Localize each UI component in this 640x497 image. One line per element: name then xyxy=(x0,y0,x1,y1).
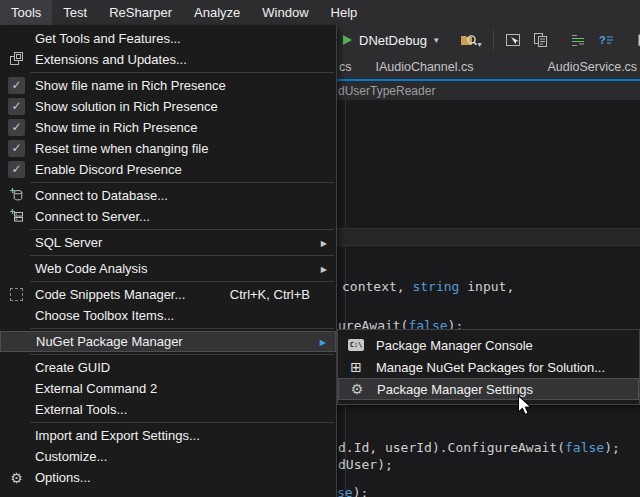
caret-down-icon[interactable]: ▾ xyxy=(434,35,439,45)
comment-help-button[interactable]: ? xyxy=(596,28,616,52)
pointer-window-icon xyxy=(505,33,521,48)
database-connect-icon xyxy=(9,187,24,205)
svg-text:?: ? xyxy=(599,34,606,46)
tab-iaudiochannel-cs[interactable]: IAudioChannel.cs xyxy=(364,55,486,79)
menu-item-label: Show file name in Rich Presence xyxy=(35,78,226,93)
editor-divider xyxy=(337,228,640,246)
menu-item-create-guid[interactable]: Create GUID xyxy=(0,357,336,378)
indent-lines-icon xyxy=(570,33,586,48)
menubar-item-tools[interactable]: Tools xyxy=(0,0,52,25)
menu-item-package-manager-console[interactable]: C:\Package Manager Console xyxy=(338,334,639,356)
search-folder-icon xyxy=(460,32,477,48)
menu-item-label: Code Snippets Manager... xyxy=(35,287,185,302)
tab-cs[interactable]: cs xyxy=(337,55,358,79)
server-connect-icon xyxy=(9,208,24,226)
menu-separator xyxy=(30,255,334,256)
menu-item-label: Manage NuGet Packages for Solution... xyxy=(376,360,605,375)
submenu-arrow-icon: ▶ xyxy=(320,337,326,346)
menu-item-label: NuGet Package Manager xyxy=(36,334,183,349)
menu-item-icon-col: ✓ xyxy=(0,119,33,136)
breadcrumb-bar: dUserTypeReader xyxy=(337,81,640,100)
run-button[interactable]: DNetDebug ▾ xyxy=(341,28,440,52)
check-icon: ✓ xyxy=(8,119,25,136)
menu-item-icon-col xyxy=(0,208,33,226)
bookmark-button[interactable] xyxy=(634,28,640,52)
menubar-item-help[interactable]: Help xyxy=(320,0,369,25)
menu-item-enable-discord-presence[interactable]: ✓Enable Discord Presence xyxy=(0,159,336,180)
copy-icon xyxy=(533,32,548,48)
gear-icon: ⚙ xyxy=(351,382,364,396)
menu-bar: ToolsTestReSharperAnalyzeWindowHelp xyxy=(0,0,640,25)
menu-item-label: SQL Server xyxy=(35,235,102,250)
tab-audioservice-cs[interactable]: AudioService.cs xyxy=(535,55,640,79)
menu-separator xyxy=(30,229,334,230)
submenu-arrow-icon: ▶ xyxy=(321,264,327,273)
menu-item-sql-server[interactable]: SQL Server▶ xyxy=(0,232,336,253)
menu-item-label: Connect to Server... xyxy=(35,209,150,224)
check-icon: ✓ xyxy=(8,140,25,157)
copy-button[interactable] xyxy=(531,28,550,52)
submenu-arrow-icon: ▶ xyxy=(321,238,327,247)
menu-item-get-tools-and-features[interactable]: Get Tools and Features... xyxy=(0,28,336,49)
menu-item-label: Get Tools and Features... xyxy=(35,31,181,46)
menu-item-icon-col: C:\ xyxy=(338,339,374,351)
select-window-button[interactable] xyxy=(503,28,523,52)
toolbar-grip[interactable] xyxy=(493,31,494,49)
gear-icon: ⚙ xyxy=(10,471,23,485)
menu-item-external-tools[interactable]: External Tools... xyxy=(0,399,336,420)
menu-item-connect-to-database[interactable]: Connect to Database... xyxy=(0,185,336,206)
menu-item-extensions-and-updates[interactable]: Extensions and Updates... xyxy=(0,49,336,70)
menu-item-options[interactable]: ⚙Options... xyxy=(0,467,336,488)
menu-item-show-solution-in-rich-presence[interactable]: ✓Show solution in Rich Presence xyxy=(0,96,336,117)
menu-item-nuget-package-manager[interactable]: NuGet Package Manager▶ xyxy=(0,331,336,352)
menu-item-label: Customize... xyxy=(35,449,107,464)
find-in-files-button[interactable]: ▾ xyxy=(458,28,484,52)
menu-item-icon-col: ✓ xyxy=(0,77,33,94)
check-icon: ✓ xyxy=(8,77,25,94)
check-icon: ✓ xyxy=(8,98,25,115)
menubar-item-test[interactable]: Test xyxy=(52,0,98,25)
menu-item-icon-col: ⚙ xyxy=(339,382,375,396)
code-line: context, string input, xyxy=(342,280,514,294)
menu-item-label: Enable Discord Presence xyxy=(35,162,182,177)
menu-item-label: Show time in Rich Presence xyxy=(35,120,198,135)
menu-item-customize[interactable]: Customize... xyxy=(0,446,336,467)
menu-item-show-time-in-rich-presence[interactable]: ✓Show time in Rich Presence xyxy=(0,117,336,138)
menubar-item-analyze[interactable]: Analyze xyxy=(183,0,251,25)
menu-item-manage-nuget-packages-for-solution[interactable]: ⊞Manage NuGet Packages for Solution... xyxy=(338,356,639,378)
menubar-item-resharper[interactable]: ReSharper xyxy=(98,0,183,25)
menu-item-icon-col: ✓ xyxy=(0,140,33,157)
menu-item-icon-col xyxy=(0,51,33,69)
menu-separator xyxy=(30,422,334,423)
menu-item-code-snippets-manager[interactable]: Code Snippets Manager...Ctrl+K, Ctrl+B xyxy=(0,284,336,305)
menu-item-label: Web Code Analysis xyxy=(35,261,148,276)
menu-item-label: Show solution in Rich Presence xyxy=(35,99,218,114)
caret-down-icon[interactable]: ▾ xyxy=(477,40,481,49)
editor-left-border xyxy=(345,100,346,497)
menu-item-connect-to-server[interactable]: Connect to Server... xyxy=(0,206,336,227)
menu-item-label: Create GUID xyxy=(35,360,110,375)
menu-item-import-and-export-settings[interactable]: Import and Export Settings... xyxy=(0,425,336,446)
menu-item-icon-col: ⚙ xyxy=(0,471,33,485)
toolbar: DNetDebug ▾ ▾ xyxy=(337,25,640,55)
menu-item-label: Package Manager Settings xyxy=(377,382,533,397)
menu-item-reset-time-when-changing-file[interactable]: ✓Reset time when changing file xyxy=(0,138,336,159)
menu-item-icon-col: ✓ xyxy=(0,98,33,115)
menu-item-show-file-name-in-rich-presence[interactable]: ✓Show file name in Rich Presence xyxy=(0,75,336,96)
code-editor[interactable]: context, string input,ureAwait(false);d.… xyxy=(337,100,640,497)
format-indent-button[interactable] xyxy=(568,28,588,52)
mouse-cursor xyxy=(513,394,535,417)
menu-item-external-command-2[interactable]: External Command 2 xyxy=(0,378,336,399)
nuget-submenu: C:\Package Manager Console⊞Manage NuGet … xyxy=(337,329,640,405)
menubar-item-window[interactable]: Window xyxy=(251,0,319,25)
menu-separator xyxy=(30,328,334,329)
bookmark-icon xyxy=(636,33,640,48)
question-lines-icon: ? xyxy=(598,33,614,48)
menu-item-label: Options... xyxy=(35,470,91,485)
extensions-icon xyxy=(9,51,24,69)
menu-item-web-code-analysis[interactable]: Web Code Analysis▶ xyxy=(0,258,336,279)
vs-window: ToolsTestReSharperAnalyzeWindowHelp DNet… xyxy=(0,0,640,497)
menu-item-choose-toolbox-items[interactable]: Choose Toolbox Items... xyxy=(0,305,336,326)
breadcrumb[interactable]: dUserTypeReader xyxy=(338,84,435,98)
menu-item-package-manager-settings[interactable]: ⚙Package Manager Settings xyxy=(338,378,639,400)
